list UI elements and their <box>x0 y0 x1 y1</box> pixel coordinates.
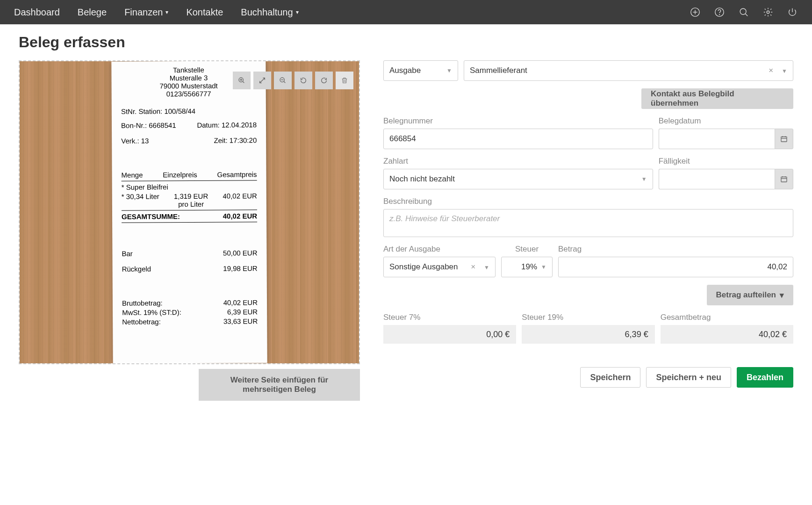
type-select-value: Ausgabe <box>389 66 421 75</box>
rotate-right-icon[interactable] <box>315 72 333 89</box>
beschreibung-label: Beschreibung <box>383 197 793 206</box>
split-amount-button[interactable]: Betrag aufteilen ▾ <box>707 285 793 305</box>
pay-button[interactable]: Bezahlen <box>737 367 793 388</box>
nav-right <box>690 7 798 18</box>
zoom-out-icon[interactable] <box>274 72 292 89</box>
image-toolbar <box>233 72 353 89</box>
beschreibung-placeholder: z.B. Hinweise für Steuerberater <box>389 214 500 224</box>
search-icon[interactable] <box>738 7 749 18</box>
faelligkeit-label: Fälligkeit <box>659 157 793 166</box>
svg-rect-21 <box>781 177 787 182</box>
svg-point-3 <box>715 8 724 16</box>
top-nav: Dashboard Belege Finanzen▾ Kontakte Buch… <box>0 0 812 24</box>
svg-line-14 <box>284 81 285 83</box>
chevron-down-icon: ▼ <box>484 264 489 271</box>
nav-buchhaltung[interactable]: Buchhaltung▾ <box>241 7 298 18</box>
line-steuer-value: 19% <box>521 262 537 272</box>
receipt-mwst: MwSt. 19% (ST:D):6,39 EUR <box>122 308 258 317</box>
belegdatum-input[interactable] <box>659 129 775 149</box>
receipt-item-row: * 30,34 Liter 1,319 EURpro Liter 40,02 E… <box>122 192 257 209</box>
chevron-down-icon: ▼ <box>782 68 787 74</box>
line-art-value: Sonstige Ausgaben <box>389 262 458 272</box>
faelligkeit-input[interactable] <box>659 169 775 189</box>
zoom-in-icon[interactable] <box>233 72 251 89</box>
svg-point-5 <box>740 8 746 14</box>
rotate-left-icon[interactable] <box>295 72 312 89</box>
total-gesamt-label: Gesamtbetrag <box>661 313 793 322</box>
save-new-button[interactable]: Speichern + neu <box>646 367 731 388</box>
belegnummer-input[interactable]: 666854 <box>383 129 653 149</box>
nav-finanzen[interactable]: Finanzen▾ <box>124 7 168 18</box>
receipt-image: Tankstelle Musteralle 3 79000 Musterstad… <box>111 61 267 364</box>
chevron-down-icon: ▼ <box>446 67 452 74</box>
calendar-icon[interactable] <box>775 129 793 149</box>
form-column: Ausgabe ▼ Sammellieferant ×▼ Kontakt aus… <box>383 60 793 388</box>
total-gesamt-value: 40,02 € <box>661 325 793 344</box>
svg-point-4 <box>719 14 720 15</box>
nav-dashboard[interactable]: Dashboard <box>14 7 60 18</box>
clear-icon[interactable]: × <box>471 262 475 271</box>
total-steuer19-label: Steuer 19% <box>522 313 654 322</box>
line-steuer-select[interactable]: 19% ▼ <box>501 257 553 277</box>
chevron-down-icon: ▼ <box>541 264 546 270</box>
nav-left: Dashboard Belege Finanzen▾ Kontakte Buch… <box>14 7 299 18</box>
receipt-brutto: Bruttobetrag:40,02 EUR <box>122 298 258 307</box>
line-art-select[interactable]: Sonstige Ausgaben ×▼ <box>383 257 496 277</box>
receipt-dropzone[interactable]: Tankstelle Musteralle 3 79000 Musterstad… <box>19 60 360 364</box>
total-steuer7-value: 0,00 € <box>383 325 516 344</box>
power-icon[interactable] <box>787 7 798 18</box>
receipt-bar: Bar50,00 EUR <box>122 249 257 258</box>
gear-icon[interactable] <box>762 7 774 18</box>
line-header-steuer: Steuer <box>501 245 553 254</box>
receipt-change: Rückgeld19,98 EUR <box>122 264 258 273</box>
help-icon[interactable] <box>714 7 725 18</box>
belegdatum-label: Belegdatum <box>659 116 793 126</box>
zahlart-select[interactable]: Noch nicht bezahlt ▼ <box>383 169 653 189</box>
receipt-station: StNr. Station: 100/58/44 <box>121 107 257 115</box>
svg-line-6 <box>745 14 747 16</box>
page-title: Beleg erfassen <box>19 34 793 51</box>
receipt-bon-row: Bon-Nr.: 6668541 Datum: 12.04.2018 <box>121 121 257 130</box>
belegnummer-label: Belegnummer <box>383 116 653 126</box>
total-steuer7-label: Steuer 7% <box>383 313 516 322</box>
line-header-betrag: Betrag <box>558 245 793 254</box>
add-icon[interactable] <box>690 7 701 18</box>
calendar-icon[interactable] <box>775 169 793 189</box>
type-select[interactable]: Ausgabe ▼ <box>383 60 458 81</box>
receipt-item-name: * Super Bleifrei <box>122 182 257 191</box>
receipt-netto: Nettobetrag:33,63 EUR <box>122 317 258 326</box>
receipt-col-headers: Menge Einzelpreis Gesamtpreis <box>122 170 257 179</box>
clear-icon[interactable]: × <box>769 66 773 75</box>
svg-line-11 <box>243 81 244 83</box>
save-button[interactable]: Speichern <box>580 367 640 388</box>
svg-rect-17 <box>781 137 787 142</box>
contact-from-image-button[interactable]: Kontakt aus Belegbild übernehmen <box>641 88 793 109</box>
contact-select-value: Sammellieferant <box>470 66 527 75</box>
receipt-header-4: 0123/5566777 <box>121 89 257 98</box>
chevron-down-icon: ▾ <box>165 9 168 15</box>
caret-down-icon: ▾ <box>780 290 784 300</box>
receipt-column: Tankstelle Musteralle 3 79000 Musterstad… <box>19 60 360 401</box>
line-header-art: Art der Ausgabe <box>383 245 496 254</box>
zahlart-label: Zahlart <box>383 157 653 166</box>
chevron-down-icon: ▼ <box>641 176 647 182</box>
add-page-button[interactable]: Weitere Seite einfügen für mehrseitigen … <box>199 369 360 401</box>
line-betrag-input[interactable]: 40,02 <box>558 257 793 277</box>
receipt-verk-row: Verk.: 13 Zeit: 17:30:20 <box>121 136 257 145</box>
nav-belege[interactable]: Belege <box>78 7 107 18</box>
nav-kontakte[interactable]: Kontakte <box>186 7 223 18</box>
receipt-sum: GESAMTSUMME: 40,02 EUR <box>122 212 257 221</box>
svg-point-7 <box>767 11 769 14</box>
expand-icon[interactable] <box>253 72 271 89</box>
delete-icon[interactable] <box>336 72 353 89</box>
beschreibung-input[interactable]: z.B. Hinweise für Steuerberater <box>383 209 793 237</box>
chevron-down-icon: ▾ <box>296 9 299 15</box>
total-steuer19-value: 6,39 € <box>522 325 654 344</box>
zahlart-value: Noch nicht bezahlt <box>389 174 455 184</box>
contact-select[interactable]: Sammellieferant ×▼ <box>464 60 793 81</box>
